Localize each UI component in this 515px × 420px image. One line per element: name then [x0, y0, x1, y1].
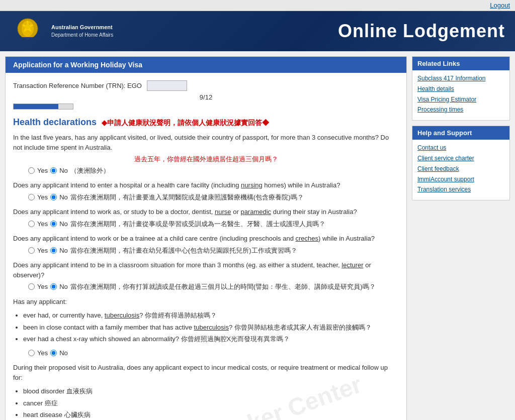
- q4-text: Does any applicant intend to be in a cla…: [13, 260, 399, 280]
- sidebar: Related Links Subclass 417 Information H…: [412, 56, 510, 420]
- page-title: Online Lodgement: [338, 21, 505, 42]
- q3-block: Does any applicant intend to work or be …: [13, 234, 399, 255]
- trn-label: Transaction Reference Number (TRN): EGO: [13, 82, 142, 89]
- health-title: Health declarations ◆申請人健康狀況聲明，請依個人健康狀況據…: [13, 117, 269, 127]
- medical-item-blood: blood disorder 血液疾病: [23, 386, 399, 396]
- header: Australian Government Department of Home…: [0, 11, 515, 51]
- subclass-link[interactable]: Subclass 417 Information: [417, 74, 504, 83]
- main-container: Application for a Working Holiday Visa T…: [0, 51, 515, 420]
- bullet1-item: ever had, or currently have, tuberculosi…: [23, 310, 399, 321]
- tb-no-label: No: [59, 348, 68, 358]
- page-count: 9/12: [13, 93, 399, 101]
- health-subtitle: ◆申請人健康狀況聲明，請依個人健康狀況據實回答◆: [102, 119, 269, 127]
- q3-chinese: 當你在澳洲期間，有計畫在幼兒看護中心(包含幼兒園跟托兒所)工作或實習嗎？: [70, 246, 297, 256]
- medical-costs-text: During their proposed visit to Australia…: [13, 363, 399, 382]
- q4-chinese: 當你在澳洲期間，你有打算就讀或是任教超過三個月以上的時間(譬如：學生、老師、講師…: [70, 282, 376, 292]
- gov-dept: Department of Home Affairs: [51, 32, 113, 39]
- gov-name: Australian Government: [51, 24, 113, 31]
- q3-text: Does any applicant intend to work or be …: [13, 234, 399, 244]
- medical-item-cancer: cancer 癌症: [23, 398, 399, 408]
- q2-text: Does any applicant intend to work as, or…: [13, 207, 399, 217]
- q3-yes-radio[interactable]: [28, 247, 35, 254]
- q3-no-radio[interactable]: [50, 247, 57, 254]
- related-links-box: Related Links Subclass 417 Information H…: [412, 56, 510, 121]
- svg-rect-4: [20, 37, 35, 39]
- bullet1-chinese: 你曾經有得過肺結核嗎？: [145, 311, 217, 319]
- bullet2-item: been in close contact with a family memb…: [23, 323, 399, 333]
- processing-times-link[interactable]: Processing times: [417, 106, 504, 114]
- content-body: Transaction Reference Number (TRN): EGO …: [6, 73, 406, 420]
- has-applicant-block: Has any applicant: ever had, or currentl…: [13, 297, 399, 358]
- tb-no-radio[interactable]: [50, 350, 57, 356]
- intro-text: In the last five years, has any applican…: [13, 133, 399, 152]
- header-left: Australian Government Department of Home…: [10, 16, 113, 46]
- logout-link[interactable]: Logout: [490, 2, 510, 9]
- intro-radio-row: Yes No （澳洲除外）: [13, 166, 399, 176]
- tb-radio-row: Yes No: [13, 348, 399, 358]
- client-service-link[interactable]: Client service charter: [417, 154, 504, 163]
- q2-chinese: 當你在澳洲期間，有計畫從事或是學習或受訓成為一名醫生、牙醫、護士或護理人員嗎？: [70, 219, 325, 229]
- q1-chinese: 當你在澳洲期間，有計畫要進入某間醫院或是健康照護醫療機構(包含療養院)嗎？: [70, 192, 304, 202]
- medical-item-heart: heart disease 心臟疾病: [23, 410, 399, 420]
- intro-note: （澳洲除外）: [70, 166, 110, 176]
- has-applicant-label: Has any applicant:: [13, 297, 399, 307]
- progress-bar: [13, 103, 73, 110]
- translation-link[interactable]: Translation services: [417, 185, 504, 194]
- q4-no-radio[interactable]: [50, 283, 57, 290]
- q2-no-radio[interactable]: [50, 221, 57, 227]
- bullet3-chinese: 你曾經照過胸腔X光而發現有異常嗎？: [181, 335, 290, 343]
- q4-no-label: No: [59, 282, 68, 292]
- q1-no-radio[interactable]: [50, 194, 57, 200]
- q3-radio-row: Yes No 當你在澳洲期間，有計畫在幼兒看護中心(包含幼兒園跟托兒所)工作或實…: [13, 246, 399, 256]
- help-support-box: Help and Support Contact us Client servi…: [412, 126, 510, 200]
- bullet2-chinese: 你曾與肺結核患者或其家人有過親密的接觸嗎？: [234, 324, 372, 331]
- tb-yes-radio[interactable]: [28, 350, 35, 356]
- q4-radio-row: Yes No 當你在澳洲期間，你有打算就讀或是任教超過三個月以上的時間(譬如：學…: [13, 282, 399, 292]
- q2-radio-row: Yes No 當你在澳洲期間，有計畫從事或是學習或受訓成為一名醫生、牙醫、護士或…: [13, 219, 399, 229]
- bullet3-item: ever had a chest x-ray which showed an a…: [23, 334, 399, 344]
- intro-yes-label: Yes: [37, 166, 48, 176]
- intro-question: In the last five years, has any applican…: [13, 133, 399, 175]
- medical-list: blood disorder 血液疾病 cancer 癌症 heart dise…: [23, 386, 399, 420]
- q2-no-label: No: [59, 219, 68, 229]
- tb-yes-label: Yes: [37, 348, 48, 358]
- top-bar: Logout: [0, 0, 515, 11]
- visa-pricing-link[interactable]: Visa Pricing Estimator: [417, 95, 504, 104]
- intro-no-label: No: [59, 166, 68, 176]
- content-area: Application for a Working Holiday Visa T…: [5, 56, 407, 420]
- gov-text: Australian Government Department of Home…: [51, 24, 113, 38]
- trn-row: Transaction Reference Number (TRN): EGO: [13, 80, 399, 91]
- contact-us-link[interactable]: Contact us: [417, 144, 504, 152]
- intro-chinese: 過去五年，你曾經在國外連續居住超過三個月嗎？: [134, 155, 278, 163]
- q1-yes-radio[interactable]: [28, 194, 35, 200]
- tuberculosis-list: ever had, or currently have, tuberculosi…: [23, 310, 399, 344]
- health-details-link[interactable]: Health details: [417, 85, 504, 93]
- intro-yes-radio[interactable]: [28, 167, 35, 174]
- q1-text: Does any applicant intend to enter a hos…: [13, 180, 399, 190]
- client-feedback-link[interactable]: Client feedback: [417, 165, 504, 173]
- gov-logo-icon: [10, 16, 45, 46]
- q4-yes-label: Yes: [37, 282, 48, 292]
- q2-yes-radio[interactable]: [28, 221, 35, 227]
- immiaccount-link[interactable]: ImmiAccount support: [417, 175, 504, 184]
- q1-no-label: No: [59, 192, 68, 202]
- q3-yes-label: Yes: [37, 246, 48, 256]
- related-links-header: Related Links: [412, 57, 509, 70]
- q1-radio-row: Yes No 當你在澳洲期間，有計畫要進入某間醫院或是健康照護醫療機構(包含療養…: [13, 192, 399, 202]
- progress-fill: [14, 104, 58, 109]
- q2-block: Does any applicant intend to work as, or…: [13, 207, 399, 229]
- q2-yes-label: Yes: [37, 219, 48, 229]
- q1-yes-label: Yes: [37, 192, 48, 202]
- intro-no-radio[interactable]: [50, 167, 57, 174]
- content-header: Application for a Working Holiday Visa: [6, 57, 406, 73]
- medical-costs-block: During their proposed visit to Australia…: [13, 363, 399, 420]
- related-links-body: Subclass 417 Information Health details …: [412, 70, 509, 120]
- trn-value: [147, 80, 187, 91]
- q4-block: Does any applicant intend to be in a cla…: [13, 260, 399, 292]
- q3-no-label: No: [59, 246, 68, 256]
- help-support-header: Help and Support: [412, 126, 509, 140]
- help-support-body: Contact us Client service charter Client…: [412, 140, 509, 200]
- q4-yes-radio[interactable]: [28, 283, 35, 290]
- q1-block: Does any applicant intend to enter a hos…: [13, 180, 399, 202]
